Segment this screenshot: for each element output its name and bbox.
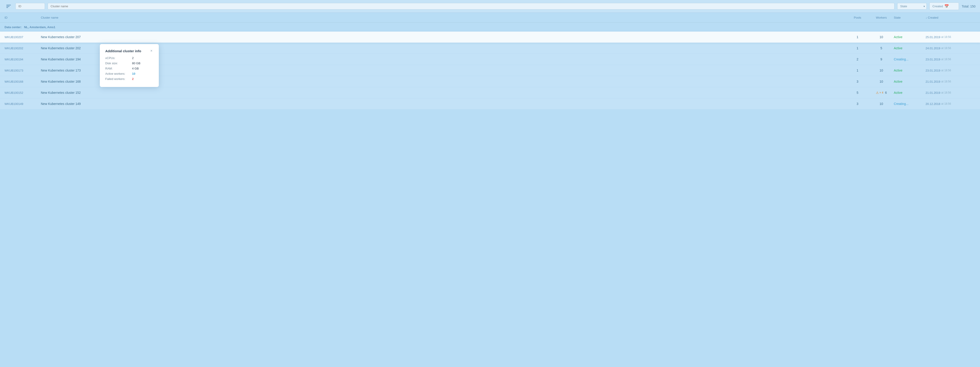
- table-header: ID Cluster name Pools Workers State ↓ Cr…: [0, 13, 980, 23]
- row-id-cell: WKUB100194: [5, 58, 41, 61]
- row-workers-cell: 10: [869, 69, 894, 72]
- created-date: 25.01.2019: [926, 35, 940, 39]
- row-created-cell: 23.01.2019 at 18:56: [926, 69, 975, 72]
- row-name-cell: New Kubernetes cluster 152: [41, 91, 846, 94]
- popup-row-value: 2: [132, 77, 134, 81]
- warning-count: × 4: [880, 91, 883, 94]
- row-created-cell: 20.12.2018 at 18:56: [926, 102, 975, 105]
- created-time: at 18:56: [941, 58, 951, 61]
- name-filter-input[interactable]: [48, 3, 894, 10]
- row-pools-cell: 1: [846, 46, 869, 50]
- created-time: at 18:56: [941, 46, 951, 50]
- popup-row-value: 2: [132, 56, 134, 60]
- row-created-cell: 21.01.2019 at 18:56: [926, 80, 975, 83]
- header-workers: Workers: [869, 16, 894, 19]
- row-workers-cell: 5: [869, 46, 894, 50]
- header-created-label: Created: [928, 16, 938, 19]
- svg-rect-1: [6, 6, 10, 6]
- row-workers-cell: 10: [869, 35, 894, 39]
- table-row[interactable]: WKUB100149 New Kubernetes cluster 149 3 …: [0, 98, 980, 110]
- workers-count: 9: [880, 57, 882, 61]
- created-time: at 18:56: [941, 35, 951, 38]
- sort-icon: ↓: [926, 16, 927, 19]
- filter-bar: State Active Creating Failed ▾ Created 📅…: [0, 0, 980, 13]
- created-time: at 18:56: [941, 91, 951, 94]
- row-created-cell: 23.01.2019 at 18:56: [926, 58, 975, 61]
- popup-rows-container: vCPUs: 2 Disk size: 80 GB RAM: 4 GB Acti…: [105, 56, 153, 81]
- table-row[interactable]: WKUB100152 New Kubernetes cluster 152 5 …: [0, 87, 980, 98]
- created-date: 23.01.2019: [926, 58, 940, 61]
- data-center-prefix: Data center:: [5, 26, 22, 29]
- warning-triangle-icon: ⚠: [876, 91, 879, 94]
- row-id-cell: WKUB100168: [5, 80, 41, 83]
- popup-info-row: Disk size: 80 GB: [105, 62, 153, 65]
- created-date: 21.01.2019: [926, 91, 940, 94]
- rows-section: WKUB100207 New Kubernetes cluster 207 1 …: [0, 32, 980, 110]
- created-filter-label: Created: [932, 5, 943, 8]
- warning-badge: ⚠ × 4: [876, 91, 883, 94]
- workers-count: 10: [880, 102, 883, 105]
- popup-row-label: RAM:: [105, 67, 130, 70]
- created-date: 21.01.2019: [926, 80, 940, 83]
- data-center-row: Data center: NL, Amsterdam, Ams1: [0, 23, 980, 32]
- created-date: 23.01.2019: [926, 69, 940, 72]
- row-name-cell: New Kubernetes cluster 207: [41, 35, 846, 39]
- row-state-cell: Creating...: [894, 57, 926, 61]
- created-time: at 18:56: [941, 69, 951, 72]
- row-id-cell: WKUB100149: [5, 102, 41, 105]
- popup-row-label: Disk size:: [105, 62, 130, 65]
- created-time: at 18:56: [941, 80, 951, 83]
- popup-close-button[interactable]: ×: [150, 49, 153, 53]
- additional-cluster-info-popup[interactable]: Additional cluster info × vCPUs: 2 Disk …: [100, 44, 159, 87]
- filter-icon: [6, 5, 11, 8]
- row-state-cell: Active: [894, 69, 926, 72]
- row-pools-cell: 1: [846, 35, 869, 39]
- row-name-cell: New Kubernetes cluster 149: [41, 102, 846, 105]
- row-name-cell: New Kubernetes cluster 202: [41, 46, 846, 50]
- popup-row-value: 80 GB: [132, 62, 140, 65]
- created-filter[interactable]: Created 📅: [929, 3, 959, 10]
- header-name: Cluster name: [41, 16, 846, 19]
- row-state-cell: Active: [894, 35, 926, 39]
- row-state-cell: Active: [894, 46, 926, 50]
- filter-icon-button[interactable]: [5, 4, 13, 9]
- header-state: State: [894, 16, 926, 19]
- state-filter-select[interactable]: State Active Creating Failed: [897, 3, 927, 10]
- row-id-cell: WKUB100202: [5, 46, 41, 50]
- workers-count: 10: [880, 35, 883, 39]
- popup-row-value: 4 GB: [132, 67, 139, 70]
- popup-row-label: Failed workers:: [105, 77, 130, 81]
- created-time: at 18:56: [941, 102, 951, 105]
- row-created-cell: 25.01.2019 at 18:56: [926, 35, 975, 39]
- row-id-cell: WKUB100173: [5, 69, 41, 72]
- row-state-cell: Active: [894, 91, 926, 94]
- row-name-cell: New Kubernetes cluster 173: [41, 69, 846, 72]
- popup-row-label: Active workers:: [105, 72, 130, 75]
- total-label: Total: 150: [962, 5, 975, 8]
- id-filter-input[interactable]: [16, 3, 45, 10]
- created-date: 20.12.2018: [926, 102, 940, 105]
- popup-info-row: Failed workers: 2: [105, 77, 153, 81]
- row-workers-cell: 10: [869, 80, 894, 83]
- popup-row-label: vCPUs:: [105, 56, 130, 60]
- popup-row-value: 10: [132, 72, 135, 75]
- row-state-cell: Active: [894, 80, 926, 83]
- row-name-cell: New Kubernetes cluster 168: [41, 80, 846, 83]
- header-id: ID: [5, 16, 41, 19]
- workers-count: 6: [884, 91, 887, 94]
- state-filter-wrap: State Active Creating Failed ▾: [897, 3, 927, 10]
- row-pools-cell: 2: [846, 57, 869, 61]
- row-pools-cell: 1: [846, 69, 869, 72]
- svg-rect-2: [6, 7, 8, 8]
- svg-rect-0: [6, 5, 11, 5]
- popup-title: Additional cluster info: [105, 49, 141, 53]
- data-center-name: NL, Amsterdam, Ams1: [24, 26, 55, 29]
- row-id-cell: WKUB100152: [5, 91, 41, 94]
- row-pools-cell: 3: [846, 102, 869, 105]
- row-created-cell: 21.01.2019 at 18:56: [926, 91, 975, 94]
- table-row[interactable]: WKUB100207 New Kubernetes cluster 207 1 …: [0, 32, 980, 43]
- main-container: State Active Creating Failed ▾ Created 📅…: [0, 0, 980, 367]
- popup-info-row: RAM: 4 GB: [105, 67, 153, 70]
- workers-count: 5: [880, 46, 882, 50]
- workers-count: 10: [880, 80, 883, 83]
